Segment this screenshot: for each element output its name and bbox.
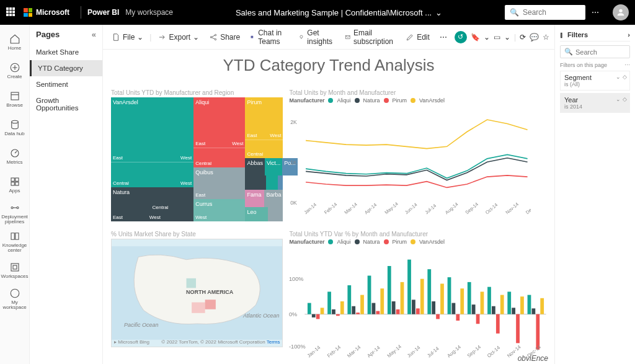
svg-rect-88: [532, 308, 536, 314]
top-bar: Microsoft Power BI My workspace Sales an…: [0, 0, 635, 25]
svg-rect-60: [392, 301, 396, 314]
comment-icon[interactable]: 💬: [530, 33, 539, 42]
file-menu[interactable]: File⌄: [108, 30, 147, 44]
nav-pipelines[interactable]: Deployment pipelines: [1, 200, 29, 227]
svg-rect-76: [472, 304, 476, 314]
nav-apps[interactable]: Apps: [1, 171, 29, 198]
get-insights-button[interactable]: Get insights: [295, 26, 339, 48]
workspace-breadcrumb[interactable]: My workspace: [125, 8, 173, 17]
viz-linechart[interactable]: Total Units by Month and Manufacturer Ma…: [288, 89, 547, 225]
filter-year[interactable]: Year is 2014 ⌄ ◇: [560, 93, 630, 113]
nav-metrics[interactable]: Metrics: [1, 143, 29, 170]
chevron-down-icon[interactable]: ⌄: [435, 8, 442, 17]
nav-myworkspace[interactable]: My workspace: [1, 285, 29, 313]
svg-rect-6: [15, 178, 18, 181]
svg-rect-71: [448, 277, 451, 314]
svg-rect-38: [187, 278, 196, 288]
page-tab-ytd-category[interactable]: YTD Category: [30, 60, 102, 76]
viz-barchart[interactable]: Total Units YTD Var % by Month and Manuf…: [288, 230, 547, 360]
svg-rect-87: [528, 295, 531, 314]
more-icon[interactable]: ⋯: [592, 8, 600, 17]
svg-rect-63: [408, 260, 412, 314]
filter-search[interactable]: 🔍: [560, 45, 630, 58]
nav-browse[interactable]: Browse: [1, 86, 29, 113]
ms-logo: Microsoft: [24, 8, 69, 17]
svg-rect-46: [321, 308, 324, 314]
nav-create[interactable]: Create: [1, 57, 29, 84]
nav-datahub[interactable]: Data hub: [1, 114, 29, 141]
collapse-pages-icon[interactable]: «: [92, 30, 96, 39]
svg-text:Jul-14: Jul-14: [424, 203, 438, 215]
svg-point-15: [215, 34, 216, 35]
refresh-icon[interactable]: ⟳: [520, 33, 526, 42]
svg-text:May-14: May-14: [384, 201, 399, 215]
svg-text:Jan-14: Jan-14: [306, 344, 322, 358]
pages-panel: Pages « Market Share YTD Category Sentim…: [30, 25, 103, 364]
svg-point-13: [11, 289, 19, 298]
svg-point-3: [11, 120, 18, 123]
page-tab-growth[interactable]: Growth Opportunities: [30, 92, 102, 116]
search-icon: 🔍: [564, 48, 573, 56]
report-breadcrumb[interactable]: Sales and Marketing Sample | Confidentia…: [173, 8, 505, 17]
svg-rect-50: [340, 301, 344, 314]
svg-point-18: [300, 35, 303, 38]
svg-rect-2: [11, 92, 19, 100]
app-launcher-icon[interactable]: [6, 7, 16, 17]
svg-text:Aug-14: Aug-14: [445, 202, 460, 216]
search-input[interactable]: [523, 8, 579, 17]
svg-text:Jul-14: Jul-14: [427, 345, 441, 358]
svg-rect-19: [346, 35, 350, 38]
svg-text:Feb-14: Feb-14: [324, 202, 339, 215]
viz-treemap[interactable]: Total Units YTD by Manufacturer and Regi…: [110, 89, 283, 225]
svg-text:100%: 100%: [289, 276, 304, 282]
svg-text:May-14: May-14: [386, 344, 403, 358]
svg-rect-56: [372, 303, 376, 314]
svg-rect-90: [541, 298, 544, 314]
view-icon[interactable]: ▭: [494, 33, 500, 42]
svg-point-14: [210, 36, 211, 37]
edit-button[interactable]: Edit: [402, 30, 433, 44]
page-tab-sentiment[interactable]: Sentiment: [30, 76, 102, 92]
svg-text:Aug-14: Aug-14: [446, 344, 463, 359]
nav-learn[interactable]: Knowledge center: [1, 228, 29, 255]
avatar[interactable]: [613, 4, 629, 20]
svg-rect-85: [517, 314, 520, 344]
svg-rect-55: [368, 276, 371, 314]
svg-text:Mar-14: Mar-14: [344, 202, 358, 215]
svg-rect-64: [412, 300, 416, 314]
share-button[interactable]: Share: [205, 30, 244, 44]
page-tab-market-share[interactable]: Market Share: [30, 44, 102, 60]
more-commands-icon[interactable]: ⋯: [436, 33, 452, 42]
svg-text:Feb-14: Feb-14: [326, 344, 342, 359]
chat-teams-button[interactable]: Chat in Teams: [246, 26, 292, 48]
filters-panel: ⫿ Filters › 🔍 Filters on this page ⋯ Seg…: [554, 25, 635, 364]
command-bar: File⌄ | Export⌄ Share Chat in Teams Get …: [103, 25, 554, 50]
svg-rect-86: [521, 296, 525, 314]
favorite-icon[interactable]: ☆: [543, 33, 549, 42]
svg-text:2K: 2K: [291, 119, 298, 125]
global-search[interactable]: 🔍: [505, 5, 585, 20]
legend: Manufacturer Aliqui Natura Pirum VanArsd…: [289, 97, 546, 104]
svg-rect-65: [416, 308, 420, 314]
nav-workspaces[interactable]: Workspaces: [1, 257, 29, 284]
svg-text:1K: 1K: [291, 159, 298, 166]
main-area: File⌄ | Export⌄ Share Chat in Teams Get …: [103, 25, 554, 364]
svg-rect-80: [492, 306, 495, 314]
nav-home[interactable]: Home: [1, 29, 29, 56]
svg-rect-53: [357, 313, 360, 314]
bookmark-icon[interactable]: 🔖: [471, 33, 480, 42]
filter-more-icon[interactable]: ⋯: [624, 62, 630, 68]
svg-rect-73: [456, 314, 460, 321]
svg-rect-72: [452, 303, 456, 314]
svg-rect-61: [396, 309, 400, 314]
export-menu[interactable]: Export⌄: [154, 30, 203, 44]
expand-filters-icon[interactable]: ›: [628, 31, 630, 38]
svg-rect-84: [512, 308, 516, 314]
viz-map[interactable]: % Units Market Share by State NORTH AMER…: [110, 230, 283, 360]
svg-text:Dec-14: Dec-14: [525, 202, 531, 216]
email-subscription-button[interactable]: Email subscription: [341, 26, 399, 48]
filter-segment[interactable]: Segment is (All) ⌄ ◇: [560, 71, 630, 91]
product-name[interactable]: Power BI: [87, 8, 119, 17]
svg-rect-68: [432, 301, 436, 314]
reset-button[interactable]: ↺: [455, 31, 467, 43]
